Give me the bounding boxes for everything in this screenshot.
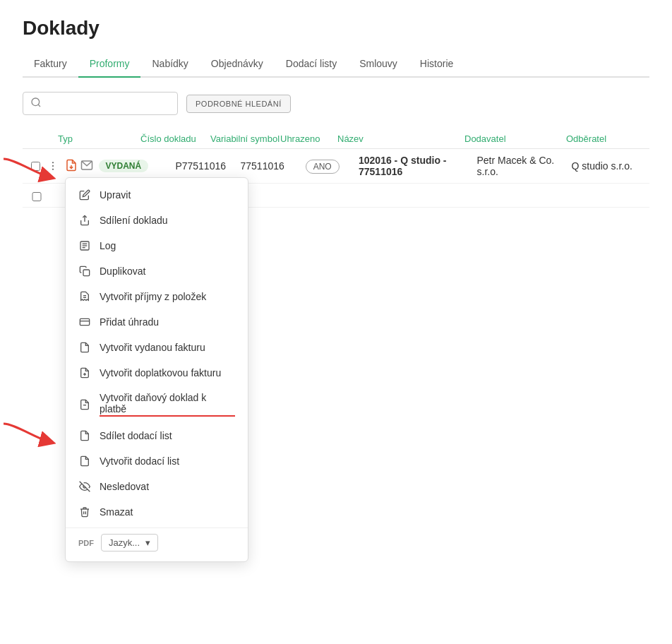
svg-point-3 bbox=[52, 165, 54, 167]
row-checkbox-2[interactable] bbox=[30, 192, 44, 201]
invoice-icon bbox=[78, 341, 91, 354]
tab-historie[interactable]: Historie bbox=[409, 51, 464, 78]
menu-label-doplatkova-faktura: Vytvořit doplatkovou fakturu bbox=[100, 367, 221, 378]
edit-icon bbox=[78, 189, 91, 201]
share2-icon bbox=[78, 429, 91, 442]
svg-line-1 bbox=[38, 105, 40, 107]
menu-label-vydana-faktura: Vytvořit vydanou fakturu bbox=[100, 342, 205, 353]
menu-label-uhradu: Přidat úhradu bbox=[100, 316, 159, 328]
menu-item-sdileni-dokladu[interactable]: Sdílení dokladu bbox=[66, 208, 248, 233]
tabs-nav: Faktury Proformy Nabídky Objednávky Doda… bbox=[23, 51, 649, 78]
menu-label-nesledovat: Nesledovat bbox=[100, 481, 149, 492]
advanced-search-button[interactable]: PODROBNÉ HLEDÁNÍ bbox=[186, 95, 291, 113]
search-input[interactable] bbox=[46, 98, 170, 109]
download-icon[interactable] bbox=[65, 159, 78, 174]
svg-point-2 bbox=[52, 162, 54, 163]
list-icon bbox=[78, 455, 91, 467]
badge-vydana: VYDANÁ bbox=[99, 160, 149, 172]
cell-typ: VYDANÁ bbox=[99, 160, 176, 172]
header-variabilni: Variabilní symbol bbox=[210, 133, 280, 144]
header-dodavatel: Dodavatel bbox=[464, 133, 566, 144]
menu-item-duplikovat[interactable]: Duplikovat bbox=[66, 258, 248, 284]
cell-odberatel: Q studio s.r.o. bbox=[572, 160, 643, 172]
menu-item-upravit[interactable]: Upravit bbox=[66, 182, 248, 208]
cell-variabilni: 77511016 bbox=[241, 160, 306, 172]
search-input-wrap bbox=[23, 92, 178, 115]
header-odberatel: Odběratel bbox=[566, 133, 642, 144]
menu-item-vytvorit-doplatkovou-fakturu[interactable]: Vytvořit doplatkovou fakturu bbox=[66, 360, 248, 386]
tax-icon bbox=[78, 398, 91, 411]
menu-footer: PDF Jazyk... ▾ bbox=[66, 527, 248, 557]
menu-label-danovy-doklad: Vytvořit daňový doklad k platbě bbox=[100, 392, 235, 417]
menu-item-pridat-uhradu[interactable]: Přidat úhradu bbox=[66, 309, 248, 335]
log-icon bbox=[78, 239, 91, 252]
menu-label-sdileni: Sdílení dokladu bbox=[100, 215, 168, 226]
chevron-down-icon: ▾ bbox=[145, 537, 150, 548]
svg-point-4 bbox=[52, 169, 54, 170]
menu-label-sdilet-dodaci: Sdílet dodací list bbox=[100, 430, 172, 441]
svg-rect-15 bbox=[80, 318, 89, 325]
svg-rect-12 bbox=[83, 270, 90, 276]
page-title: Doklady bbox=[23, 17, 649, 40]
cell-cislo: P77511016 bbox=[175, 160, 240, 172]
receipt-icon bbox=[78, 290, 91, 303]
tab-dodaci-listy[interactable]: Dodací listy bbox=[275, 51, 348, 78]
email-icon[interactable] bbox=[80, 159, 93, 174]
menu-label-prijmy: Vytvořit příjmy z položek bbox=[100, 291, 206, 302]
header-cislo: Číslo dokladu bbox=[140, 133, 210, 144]
tab-nabidky[interactable]: Nabídky bbox=[140, 51, 199, 78]
menu-label-upravit: Upravit bbox=[100, 189, 131, 201]
row-menu-button[interactable] bbox=[47, 160, 59, 172]
menu-label-log: Log bbox=[100, 240, 116, 251]
menu-label-vytvorit-dodaci: Vytvořit dodací list bbox=[100, 455, 179, 467]
menu-label-duplikovat: Duplikovat bbox=[100, 266, 145, 277]
trash-icon bbox=[78, 506, 91, 518]
svg-point-0 bbox=[32, 98, 40, 106]
cell-uhrazeno: ANO bbox=[306, 160, 359, 172]
header-nazev: Název bbox=[337, 133, 464, 144]
share-icon bbox=[78, 214, 91, 227]
uhrazeno-badge: ANO bbox=[306, 160, 340, 174]
table-header: Typ Číslo dokladu Variabilní symbol Uhra… bbox=[23, 129, 649, 149]
menu-label-smazat: Smazat bbox=[100, 506, 133, 518]
header-uhrazeno: Uhrazeno bbox=[280, 133, 337, 144]
search-icon bbox=[30, 97, 42, 110]
table-row: VYDANÁ P77511016 77511016 ANO 102016 - Q… bbox=[23, 149, 649, 184]
menu-item-log[interactable]: Log bbox=[66, 233, 248, 258]
menu-item-vytvorit-dodaci-list[interactable]: Vytvořit dodací list bbox=[66, 448, 248, 474]
tab-proformy[interactable]: Proformy bbox=[78, 51, 141, 78]
row-checkbox[interactable] bbox=[30, 162, 42, 171]
menu-item-smazat[interactable]: Smazat bbox=[66, 499, 248, 525]
menu-item-vytvorit-prijmy[interactable]: Vytvořit příjmy z položek bbox=[66, 284, 248, 309]
menu-item-vytvorit-vydanou-fakturu[interactable]: Vytvořit vydanou fakturu bbox=[66, 335, 248, 360]
tab-smlouvy[interactable]: Smlouvy bbox=[348, 51, 409, 78]
cell-nazev: 102016 - Q studio - 77511016 bbox=[359, 155, 477, 177]
annotation-arrow-2 bbox=[0, 417, 56, 452]
menu-item-sdilet-dodaci-list[interactable]: Sdílet dodací list bbox=[66, 423, 248, 448]
copy-icon bbox=[78, 265, 91, 278]
language-selector[interactable]: Jazyk... ▾ bbox=[101, 534, 158, 551]
invoice2-icon bbox=[78, 366, 91, 379]
search-bar: PODROBNÉ HLEDÁNÍ bbox=[23, 92, 649, 115]
tab-objednavky[interactable]: Objednávky bbox=[200, 51, 275, 78]
pdf-icon: PDF bbox=[78, 539, 94, 547]
lang-label: Jazyk... bbox=[109, 537, 140, 548]
payment-icon bbox=[78, 316, 91, 328]
menu-item-nesledovat[interactable]: Nesledovat bbox=[66, 474, 248, 499]
eye-off-icon bbox=[78, 480, 91, 493]
context-menu: Upravit Sdílení dokladu bbox=[65, 177, 248, 562]
row-action-icons bbox=[65, 159, 93, 174]
header-typ: Typ bbox=[58, 133, 140, 144]
cell-dodavatel: Petr Macek & Co. s.r.o. bbox=[477, 155, 572, 177]
tab-faktury[interactable]: Faktury bbox=[23, 51, 78, 78]
menu-item-vytvorit-danovy-doklad[interactable]: Vytvořit daňový doklad k platbě bbox=[66, 386, 248, 423]
